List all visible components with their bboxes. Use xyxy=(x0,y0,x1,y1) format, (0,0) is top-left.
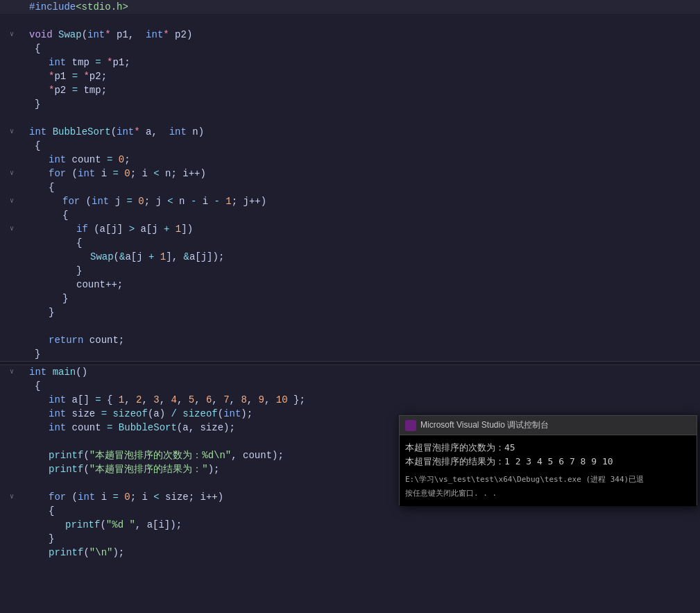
code-content: int a[] = { 1, 2, 3, 4, 5, 6, 7, 8, 9, 1… xyxy=(24,393,700,407)
code-line: printf("\n"); xyxy=(0,546,700,560)
console-line3: E:\学习\vs_test\test\x64\Debug\test.exe (进… xyxy=(405,473,691,487)
code-content: { xyxy=(24,379,700,393)
code-line: { xyxy=(0,236,700,250)
fold-arrow[interactable]: ∨ xyxy=(10,490,19,504)
code-content: int main() xyxy=(24,365,700,379)
code-line: { xyxy=(0,504,700,518)
fold-arrow[interactable]: ∨ xyxy=(10,167,19,180)
code-line xyxy=(0,111,700,125)
function-name: Swap xyxy=(58,29,82,40)
fold-arrow[interactable]: ∨ xyxy=(10,222,19,236)
code-content: } xyxy=(24,305,700,319)
code-area-top: #include<stdio.h> ∨ void Swap(int* p1, i… xyxy=(0,0,700,361)
code-content: *p2 = tmp; xyxy=(24,83,700,97)
code-line: #include<stdio.h> xyxy=(0,0,700,14)
code-content xyxy=(24,111,700,125)
code-content: } xyxy=(24,347,700,361)
fold-arrow[interactable]: ∨ xyxy=(10,194,19,208)
code-line: ∨ int BubbleSort(int* a, int n) xyxy=(0,125,700,139)
svg-rect-0 xyxy=(407,421,410,425)
gutter: ∨ xyxy=(3,490,24,504)
code-content: count++; xyxy=(24,278,700,292)
code-content: int tmp = *p1; xyxy=(24,56,700,69)
code-line: *p1 = *p2; xyxy=(0,69,700,83)
code-line: count++; xyxy=(0,278,700,292)
code-content: printf("%d ", a[i]); xyxy=(24,518,700,532)
console-window[interactable]: Microsoft Visual Studio 调试控制台 本超冒泡排序的次数为… xyxy=(399,415,697,505)
code-content: } xyxy=(24,97,700,111)
code-content: } xyxy=(24,292,700,305)
code-line: { xyxy=(0,42,700,56)
code-line: { xyxy=(0,139,700,153)
code-content: } xyxy=(24,532,700,546)
code-line: } xyxy=(0,264,700,278)
gutter: ∨ xyxy=(3,222,24,236)
code-line: ∨ if (a[j] > a[j + 1]) xyxy=(0,222,700,236)
code-content: return count; xyxy=(24,333,700,347)
svg-rect-1 xyxy=(411,421,415,425)
code-line: ∨ for (int i = 0; i < n; i++) xyxy=(0,167,700,180)
code-line: Swap(&a[j + 1], &a[j]); xyxy=(0,250,700,264)
code-content: { xyxy=(24,236,700,250)
code-content: { xyxy=(24,139,700,153)
gutter: ∨ xyxy=(3,194,24,208)
code-content: { xyxy=(24,208,700,222)
code-line: } xyxy=(0,305,700,319)
gutter: ∨ xyxy=(3,125,24,139)
code-content: if (a[j] > a[j + 1]) xyxy=(24,222,700,236)
code-content: { xyxy=(24,42,700,56)
code-line xyxy=(0,14,700,28)
console-line1: 本超冒泡排序的次数为：45 xyxy=(405,441,691,455)
console-body: 本超冒泡排序的次数为：45 本超冒泡排序的结果为：1 2 3 4 5 6 7 8… xyxy=(400,435,697,506)
gutter: ∨ xyxy=(3,167,24,180)
svg-rect-2 xyxy=(407,426,410,430)
code-line: return count; xyxy=(0,333,700,347)
code-content xyxy=(24,319,700,333)
vs-icon xyxy=(405,420,416,431)
keyword: void xyxy=(29,29,53,40)
code-content: } xyxy=(24,264,700,278)
code-content: { xyxy=(24,180,700,194)
code-content: void Swap(int* p1, int* p2) xyxy=(24,28,700,42)
code-content: Swap(&a[j + 1], &a[j]); xyxy=(24,250,700,264)
code-line: *p2 = tmp; xyxy=(0,83,700,97)
code-content: #include<stdio.h> xyxy=(24,0,700,14)
gutter: ∨ xyxy=(3,365,24,379)
include-text: <stdio.h> xyxy=(76,1,128,12)
code-line: } xyxy=(0,532,700,546)
code-line: printf("%d ", a[i]); xyxy=(0,518,700,532)
svg-rect-3 xyxy=(411,426,415,430)
fold-arrow[interactable]: ∨ xyxy=(10,28,19,42)
code-line: } xyxy=(0,347,700,361)
code-line: { xyxy=(0,180,700,194)
code-content: int BubbleSort(int* a, int n) xyxy=(24,125,700,139)
code-content: printf("\n"); xyxy=(24,546,700,560)
code-content: for (int j = 0; j < n - i - 1; j++) xyxy=(24,194,700,208)
code-line xyxy=(0,319,700,333)
gutter: ∨ xyxy=(3,28,24,42)
code-content: int count = 0; xyxy=(24,153,700,167)
editor-container: #include<stdio.h> ∨ void Swap(int* p1, i… xyxy=(0,0,700,613)
code-line: } xyxy=(0,292,700,305)
code-content: { xyxy=(24,504,700,518)
code-line: int count = 0; xyxy=(0,153,700,167)
console-titlebar: Microsoft Visual Studio 调试控制台 xyxy=(400,416,697,435)
code-line: { xyxy=(0,379,700,393)
code-line: int tmp = *p1; xyxy=(0,56,700,69)
code-line: ∨ for (int j = 0; j < n - i - 1; j++) xyxy=(0,194,700,208)
code-line: { xyxy=(0,208,700,222)
code-line: } xyxy=(0,97,700,111)
macro-text: #include xyxy=(29,1,76,12)
code-line: int a[] = { 1, 2, 3, 4, 5, 6, 7, 8, 9, 1… xyxy=(0,393,700,407)
code-content: *p1 = *p2; xyxy=(24,69,700,83)
fold-arrow[interactable]: ∨ xyxy=(10,365,19,379)
code-content xyxy=(24,14,700,28)
code-content: for (int i = 0; i < n; i++) xyxy=(24,167,700,180)
console-title: Microsoft Visual Studio 调试控制台 xyxy=(420,419,691,431)
code-line: ∨ void Swap(int* p1, int* p2) xyxy=(0,28,700,42)
console-line2: 本超冒泡排序的结果为：1 2 3 4 5 6 7 8 9 10 xyxy=(405,455,691,469)
fold-arrow[interactable]: ∨ xyxy=(10,125,19,139)
console-line4: 按任意键关闭此窗口. . . xyxy=(405,487,691,501)
code-line: ∨ int main() xyxy=(0,365,700,379)
